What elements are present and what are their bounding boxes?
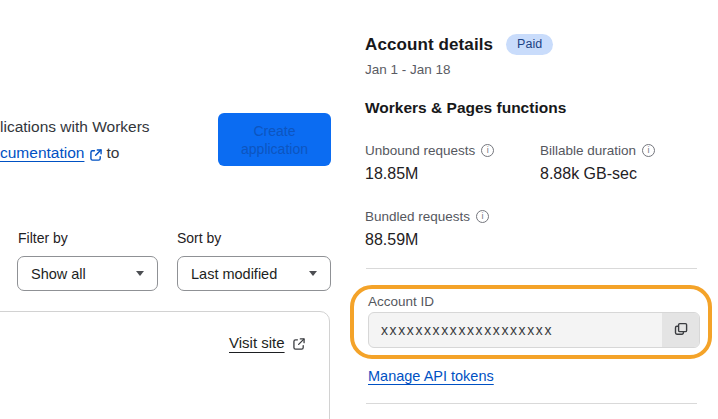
filter-by-label: Filter by <box>18 230 68 246</box>
copy-icon <box>673 321 689 340</box>
account-id-label: Account ID <box>368 294 434 309</box>
billing-date-range: Jan 1 - Jan 18 <box>365 62 451 77</box>
filter-select-value: Show all <box>31 266 86 282</box>
documentation-link[interactable]: cumentation <box>0 144 84 161</box>
visit-site-link[interactable]: Visit site <box>229 334 309 351</box>
account-details-title: Account details <box>365 35 493 55</box>
chevron-down-icon <box>136 271 144 276</box>
divider <box>366 403 697 404</box>
stat-value: 88.59M <box>365 231 489 249</box>
stat-value: 8.88k GB-sec <box>540 165 655 183</box>
stat-unbound-requests: Unbound requests i 18.85M <box>365 143 494 183</box>
info-icon[interactable]: i <box>481 144 494 157</box>
paid-plan-badge: Paid <box>506 34 553 55</box>
stat-label: Billable duration <box>540 143 636 158</box>
external-link-icon <box>292 334 306 351</box>
external-link-icon <box>89 141 103 167</box>
sort-by-label: Sort by <box>177 230 221 246</box>
divider <box>366 268 697 269</box>
stat-label: Unbound requests <box>365 143 475 158</box>
stat-label: Bundled requests <box>365 209 470 224</box>
manage-api-tokens-link[interactable]: Manage API tokens <box>368 368 494 384</box>
sort-select[interactable]: Last modified <box>177 256 331 291</box>
stat-billable-duration: Billable duration i 8.88k GB-sec <box>540 143 655 183</box>
stat-bundled-requests: Bundled requests i 88.59M <box>365 209 489 249</box>
visit-site-label: Visit site <box>229 334 285 351</box>
intro-after-link: to <box>106 144 119 161</box>
info-icon[interactable]: i <box>476 210 489 223</box>
copy-account-id-button[interactable] <box>662 313 699 347</box>
chevron-down-icon <box>309 271 317 276</box>
project-card <box>0 311 330 419</box>
sort-select-value: Last modified <box>191 266 277 282</box>
create-application-button[interactable]: Create application <box>218 113 331 166</box>
stat-value: 18.85M <box>365 165 494 183</box>
filter-select[interactable]: Show all <box>17 256 158 291</box>
account-id-input[interactable] <box>369 313 662 347</box>
functions-section-title: Workers & Pages functions <box>365 99 566 117</box>
intro-line1: lications with Workers <box>0 118 150 135</box>
account-id-field-group <box>368 312 700 348</box>
account-details-header: Account details Paid <box>365 34 553 55</box>
info-icon[interactable]: i <box>642 144 655 157</box>
intro-text: lications with Workers cumentationto <box>0 114 150 167</box>
workers-dashboard-screen: lications with Workers cumentationto Cre… <box>0 0 718 419</box>
